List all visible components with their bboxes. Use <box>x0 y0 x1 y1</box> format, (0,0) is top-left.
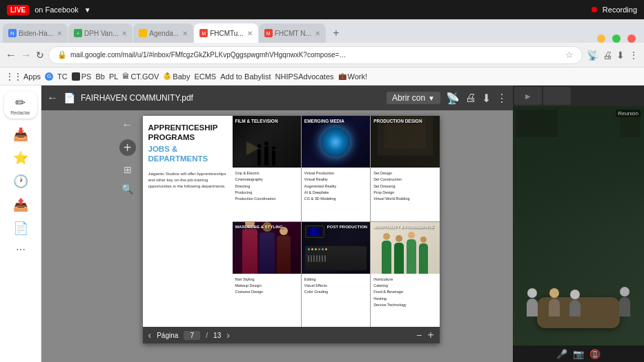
bookmark-bb[interactable]: Bb <box>95 72 104 81</box>
menu-icon[interactable]: ⋮ <box>629 50 638 61</box>
tab-close-icon[interactable]: ✕ <box>247 30 253 37</box>
gmail-star-icon[interactable]: ⭐ <box>13 150 28 165</box>
dropdown-icon[interactable]: ▼ <box>84 6 91 14</box>
hangup-icon[interactable]: 📵 <box>589 349 601 359</box>
bookmark-g[interactable]: G <box>45 72 53 81</box>
facebook-label: on Facebook <box>35 6 79 14</box>
close-button[interactable] <box>627 34 636 43</box>
wardrobe-items: Hair StylingMakeup DesignCostume Design <box>233 274 301 299</box>
gmail-inbox-icon[interactable]: 📥 <box>13 127 28 142</box>
minimize-button[interactable] <box>597 34 605 43</box>
pdf-back-page-icon[interactable]: ← <box>122 119 133 131</box>
pdf-filename: FAIRHAVEN COMMUNITY.pdf <box>81 93 381 103</box>
abrir-chevron-icon: ▼ <box>428 94 435 102</box>
pdf-menu-icon[interactable]: ⋮ <box>496 92 507 105</box>
reunion-label: Reunión <box>616 110 641 117</box>
hospitality-items: HorticultureCateringFood & BeverageHosti… <box>371 274 439 312</box>
postprod-image: POST PRODUCTION <box>302 222 370 274</box>
bookmark-ecms[interactable]: ECMS <box>194 72 216 81</box>
url-text: mail.google.com/mail/u/1/#inbox/FMfcgzGk… <box>70 51 347 59</box>
pdf-toolbar: ← 📄 FAIRHAVEN COMMUNITY.pdf Abrir con ▼ … <box>41 86 513 110</box>
mic-icon[interactable]: 🎤 <box>556 349 567 359</box>
wardrobe-image: WARDROBE & STYLING <box>233 222 301 274</box>
prev-page-button[interactable]: ‹ <box>148 330 152 341</box>
page-number-input[interactable] <box>184 331 200 340</box>
back-button[interactable]: ← <box>6 49 17 61</box>
meeting-person-4 <box>619 297 630 316</box>
forward-button[interactable]: → <box>21 49 32 61</box>
tab-close-icon[interactable]: ✕ <box>57 30 62 37</box>
film-title: FILM & TELEVISION <box>235 119 278 124</box>
tab-close-icon[interactable]: ✕ <box>182 30 188 37</box>
tab-biden-label: Biden-Ha... <box>19 30 53 37</box>
video-thumbnails-row: ▶ <box>513 86 644 106</box>
gmail-draft-icon[interactable]: 📄 <box>13 221 28 236</box>
meeting-person-2 <box>549 299 560 316</box>
pdf-print-icon[interactable]: 🖨 <box>465 92 476 104</box>
tab-bar: N Biden-Ha... ✕ + DPH Van... ✕ Agenda...… <box>0 19 644 43</box>
bookmark-ctgov[interactable]: 🏛 CT.GOV <box>122 72 159 81</box>
zoom-in-button[interactable]: + <box>427 329 433 341</box>
recording-dot <box>592 7 597 12</box>
hospitality-image: HOSPITALITY & FOODSERVICE <box>371 222 439 274</box>
bookmark-pl[interactable]: PL <box>109 72 118 81</box>
emerging-title: EMERGING MEDIA <box>304 119 344 123</box>
bookmark-babylist[interactable]: Add to Babylist <box>220 72 271 81</box>
maximize-button[interactable] <box>612 34 621 43</box>
tab-biden[interactable]: N Biden-Ha... ✕ <box>3 23 68 43</box>
tab-close-icon[interactable]: ✕ <box>121 30 127 37</box>
tab-dph[interactable]: + DPH Van... ✕ <box>68 23 133 43</box>
pdf-viewer: ← 📄 FAIRHAVEN COMMUNITY.pdf Abrir con ▼ … <box>41 86 513 362</box>
add-tab-button[interactable]: + <box>326 23 346 43</box>
bookmark-baby[interactable]: 👶 Baby <box>163 72 190 81</box>
pdf-back-button[interactable]: ← <box>47 92 58 104</box>
production-items: Set DesignSet ConstructionSet DressingPr… <box>371 168 439 205</box>
pdf-plus-icon[interactable]: + <box>119 139 136 156</box>
tab-close-icon[interactable]: ✕ <box>315 30 320 37</box>
pdf-page-inner: APPRENTICESHIP PROGRAMS JOBS & DEPARTMEN… <box>143 116 440 327</box>
print-icon[interactable]: 🖨 <box>603 50 612 61</box>
tab-dph-label: DPH Van... <box>84 30 118 37</box>
live-badge[interactable]: LIVE <box>7 5 29 15</box>
tab-agenda[interactable]: Agenda... ✕ <box>133 23 193 43</box>
production-image: PRODUCTION DESIGN <box>371 116 439 168</box>
gmail-send-icon[interactable]: 📤 <box>13 197 28 212</box>
bookmark-nhips[interactable]: NHIPSAdvocates <box>275 72 334 81</box>
bookmark-tc[interactable]: TC <box>57 72 68 81</box>
address-bar-row: ← → ↻ 🔒 mail.google.com/mail/u/1/#inbox/… <box>0 43 644 68</box>
apps-bookmark[interactable]: ⋮⋮ Apps <box>6 72 41 81</box>
gmail-clock-icon[interactable]: 🕐 <box>13 174 28 189</box>
meeting-person-1 <box>527 299 538 316</box>
bookmark-work[interactable]: 💼 Work! <box>338 72 368 81</box>
grid-cell-hospitality: HOSPITALITY & FOODSERVICE HorticultureCa… <box>371 222 439 328</box>
tab-fhcmtu-label: FHCMTu... <box>210 30 244 37</box>
pdf-cast-icon[interactable]: 📡 <box>446 92 460 105</box>
emerging-items: Virtual ProductionVirtual RealityAugment… <box>302 168 370 205</box>
bookmark-ps[interactable]: PS <box>72 72 92 81</box>
tab-fhcmtn[interactable]: M FHCMT N... ✕ <box>259 23 326 43</box>
tab-fhcmtu[interactable]: M FHCMTu... ✕ <box>194 23 258 43</box>
pdf-file-icon: 📄 <box>64 92 75 103</box>
compose-button[interactable]: ✏ Redactar <box>4 91 37 119</box>
camera-icon[interactable]: 📷 <box>573 349 584 359</box>
pdf-download-icon[interactable]: ⬇ <box>482 92 491 105</box>
grid-cell-postprod: POST PRODUCTION EditingVisual EffectsCol… <box>302 222 370 328</box>
wardrobe-title: WARDROBE & STYLING <box>235 225 283 229</box>
download-icon[interactable]: ⬇ <box>616 50 625 61</box>
pdf-thumb-icon[interactable]: ⊞ <box>124 164 132 175</box>
pdf-search-icon[interactable]: 🔍 <box>121 183 133 194</box>
star-icon[interactable]: ☆ <box>565 50 574 60</box>
gmail-more-icon[interactable]: ⋯ <box>16 244 26 255</box>
address-field[interactable]: 🔒 mail.google.com/mail/u/1/#inbox/FMfcgz… <box>48 46 583 64</box>
postprod-items: EditingVisual EffectsColor Grading <box>302 274 370 299</box>
pdf-scroll-area: ← + ⊞ 🔍 APPRENTICESHIP PROGRAMS <box>41 110 513 362</box>
pdf-abrir-button[interactable]: Abrir con ▼ <box>387 92 440 104</box>
zoom-out-button[interactable]: − <box>416 330 422 341</box>
cast-icon[interactable]: 📡 <box>587 50 598 61</box>
next-page-button[interactable]: › <box>226 330 230 341</box>
reload-button[interactable]: ↻ <box>36 50 44 61</box>
jobs-departments-heading: JOBS & DEPARTMENTS <box>148 144 227 164</box>
main-content-area: ✏ Redactar 📥 ⭐ 🕐 📤 📄 ⋯ ← 📄 FAIRHAVEN COM… <box>0 86 644 362</box>
page-label-pagina: Página <box>157 332 178 339</box>
grid-cell-emerging: EMERGING MEDIA Virtual ProductionVirtual… <box>302 116 370 221</box>
